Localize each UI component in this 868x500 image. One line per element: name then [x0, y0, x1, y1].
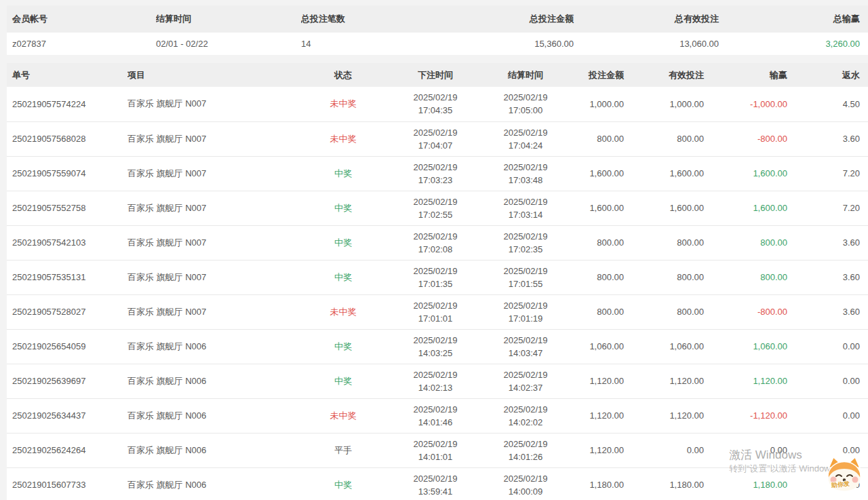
valid-amount-cell: 1,120.00 — [632, 398, 712, 433]
col-winloss: 输赢 — [712, 63, 795, 87]
bet-time: 17:04:35 — [381, 104, 490, 117]
bet-date: 2025/02/19 — [381, 438, 490, 450]
game-cell: 百家乐 旗舰厅 N006 — [127, 398, 305, 433]
settle-time: 14:01:26 — [490, 450, 561, 463]
table-row: 250219057552758 百家乐 旗舰厅 N007 中奖 2025/02/… — [7, 191, 868, 225]
settle-time-cell: 2025/02/19 17:01:55 — [490, 260, 561, 294]
bet-time: 14:01:01 — [381, 450, 490, 463]
bet-date: 2025/02/19 — [381, 161, 490, 174]
summary-col-total-valid: 总有效投注 — [582, 5, 727, 33]
settle-time: 17:04:24 — [490, 139, 561, 152]
bet-amount-cell: 1,000.00 — [561, 87, 632, 121]
winloss-cell: -1,000.00 — [712, 87, 795, 121]
valid-amount-cell: 800.00 — [632, 225, 712, 260]
settle-date: 2025/02/19 — [490, 161, 561, 174]
bet-amount-cell: 800.00 — [561, 260, 632, 294]
rebate-cell: 0.00 — [795, 364, 868, 398]
rebate-cell: 3.60 — [795, 225, 868, 260]
bet-amount-cell: 1,600.00 — [561, 156, 632, 191]
game-cell: 百家乐 旗舰厅 N006 — [127, 433, 305, 467]
status-cell: 平手 — [305, 433, 381, 467]
bet-date: 2025/02/19 — [381, 299, 490, 312]
bet-date: 2025/02/19 — [381, 195, 490, 208]
bet-time: 17:02:08 — [381, 243, 490, 256]
shiba-dog-icon — [825, 456, 865, 498]
status-cell: 未中奖 — [305, 121, 381, 156]
winloss-cell: 1,060.00 — [712, 329, 795, 364]
settle-date: 2025/02/19 — [490, 438, 561, 450]
summary-col-period: 结算时间 — [156, 5, 301, 33]
table-row: 250219025634437 百家乐 旗舰厅 N006 未中奖 2025/02… — [7, 398, 868, 433]
winloss-cell: 0.00 — [712, 433, 795, 467]
valid-amount-cell: 1,000.00 — [632, 87, 712, 121]
bet-date: 2025/02/19 — [381, 265, 490, 277]
settle-date: 2025/02/19 — [490, 195, 561, 208]
settle-date: 2025/02/19 — [490, 230, 561, 243]
bet-time: 17:04:07 — [381, 139, 490, 152]
bet-date: 2025/02/19 — [381, 230, 490, 243]
status-cell: 中奖 — [305, 156, 381, 191]
order-no-cell: 250219057542103 — [7, 225, 127, 260]
table-row: 250219057535131 百家乐 旗舰厅 N007 中奖 2025/02/… — [7, 260, 868, 294]
status-cell: 中奖 — [305, 364, 381, 398]
order-no-cell: 250219025624264 — [7, 433, 127, 467]
total-valid-bet-value: 13,060.00 — [582, 33, 727, 55]
bet-time-cell: 2025/02/19 17:04:35 — [381, 87, 490, 121]
table-row: 250219057568028 百家乐 旗舰厅 N007 未中奖 2025/02… — [7, 121, 868, 156]
bet-time: 14:03:25 — [381, 347, 490, 360]
bet-time: 17:02:55 — [381, 208, 490, 221]
valid-amount-cell: 800.00 — [632, 260, 712, 294]
settle-time: 14:03:47 — [490, 347, 561, 360]
col-settle-time: 结算时间 — [490, 63, 561, 87]
game-cell: 百家乐 旗舰厅 N007 — [127, 294, 305, 329]
settle-time-cell: 2025/02/19 14:02:02 — [490, 398, 561, 433]
bet-date: 2025/02/19 — [381, 334, 490, 347]
settle-time: 14:02:02 — [490, 416, 561, 429]
valid-amount-cell: 0.00 — [632, 433, 712, 467]
status-cell: 未中奖 — [305, 398, 381, 433]
settle-date: 2025/02/19 — [490, 126, 561, 139]
bet-time-cell: 2025/02/19 14:02:13 — [381, 364, 490, 398]
bet-amount-cell: 1,060.00 — [561, 329, 632, 364]
bet-amount-cell: 800.00 — [561, 121, 632, 156]
order-no-cell: 250219057552758 — [7, 191, 127, 225]
col-game: 项目 — [127, 63, 305, 87]
status-cell: 中奖 — [305, 467, 381, 500]
game-cell: 百家乐 旗舰厅 N007 — [127, 121, 305, 156]
report-page: 会员帐号 结算时间 总投注笔数 总投注金额 总有效投注 总输赢 z027837 … — [7, 0, 868, 500]
game-cell: 百家乐 旗舰厅 N006 — [127, 329, 305, 364]
settle-date: 2025/02/19 — [490, 403, 561, 416]
bet-table-header-row: 单号 项目 状态 下注时间 结算时间 投注金额 有效投注 输赢 返水 — [7, 63, 868, 87]
bet-date: 2025/02/19 — [381, 368, 490, 381]
bet-time-cell: 2025/02/19 17:04:07 — [381, 121, 490, 156]
settle-time-cell: 2025/02/19 17:04:24 — [490, 121, 561, 156]
table-row: 250219025624264 百家乐 旗舰厅 N006 平手 2025/02/… — [7, 433, 868, 467]
bet-time-cell: 2025/02/19 13:59:41 — [381, 467, 490, 500]
settle-date: 2025/02/19 — [490, 472, 561, 485]
rebate-cell: 0.00 — [795, 398, 868, 433]
settle-time-cell: 2025/02/19 17:02:35 — [490, 225, 561, 260]
game-cell: 百家乐 旗舰厅 N006 — [127, 467, 305, 500]
order-no-cell: 250219057559074 — [7, 156, 127, 191]
col-bet-amount: 投注金额 — [561, 63, 632, 87]
bet-amount-cell: 800.00 — [561, 294, 632, 329]
col-bet-time: 下注时间 — [381, 63, 490, 87]
bet-time-cell: 2025/02/19 17:02:08 — [381, 225, 490, 260]
game-cell: 百家乐 旗舰厅 N007 — [127, 225, 305, 260]
settle-time-cell: 2025/02/19 17:03:14 — [490, 191, 561, 225]
bet-time-cell: 2025/02/19 14:03:25 — [381, 329, 490, 364]
valid-amount-cell: 800.00 — [632, 121, 712, 156]
valid-amount-cell: 1,120.00 — [632, 364, 712, 398]
bet-amount-cell: 1,120.00 — [561, 364, 632, 398]
rebate-cell: 3.60 — [795, 260, 868, 294]
table-row: 250219057528027 百家乐 旗舰厅 N007 未中奖 2025/02… — [7, 294, 868, 329]
status-cell: 中奖 — [305, 260, 381, 294]
settle-date: 2025/02/19 — [490, 334, 561, 347]
bet-time-cell: 2025/02/19 17:03:23 — [381, 156, 490, 191]
settle-time: 17:03:14 — [490, 208, 561, 221]
bet-date: 2025/02/19 — [381, 403, 490, 416]
settle-time-cell: 2025/02/19 14:03:47 — [490, 329, 561, 364]
member-account-value: z027837 — [7, 33, 156, 55]
bet-time: 17:01:01 — [381, 312, 490, 325]
order-no-cell: 250219025639697 — [7, 364, 127, 398]
